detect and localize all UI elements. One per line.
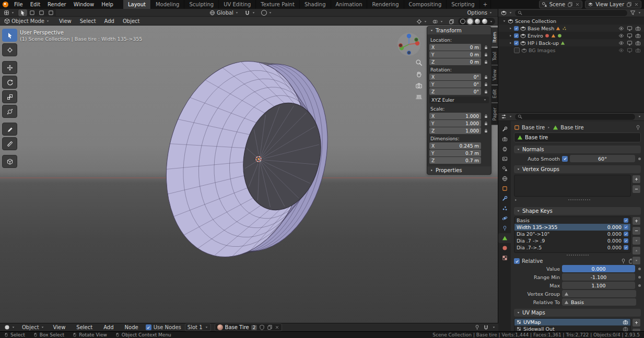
shading-solid-icon[interactable]	[467, 19, 473, 24]
mode-dropdown[interactable]: Object Mode	[3, 18, 51, 25]
outliner-row-scene-collection[interactable]: Scene Collection	[498, 17, 644, 25]
range-min-field[interactable]: -1.100	[562, 273, 635, 281]
scale-y-field[interactable]: Y1.000	[429, 120, 481, 127]
material-selector[interactable]: Base Tire 2	[215, 323, 283, 331]
shader-type-dropdown[interactable]: Object	[20, 324, 46, 331]
render-uv-icon[interactable]	[623, 326, 628, 331]
overlays-dropdown[interactable]	[431, 18, 445, 25]
range-max-field[interactable]: 1.100	[562, 282, 635, 289]
tool-move[interactable]	[2, 61, 17, 74]
shape-key-row[interactable]: Basis	[514, 217, 630, 224]
tool-measure[interactable]	[2, 137, 17, 150]
workspace-tab-compositing[interactable]: Compositing	[404, 0, 447, 9]
new-view-layer-icon[interactable]	[626, 2, 632, 7]
animate-icon[interactable]	[638, 276, 641, 279]
viewport-canvas[interactable]: User Perspective (1) Scene Collection | …	[0, 26, 498, 323]
tool-add-cube[interactable]	[2, 155, 17, 168]
remove-shape-key-button[interactable]	[632, 226, 641, 235]
hide-icon[interactable]	[618, 33, 624, 39]
menu-help[interactable]: Help	[98, 0, 117, 9]
filter-icon[interactable]	[630, 10, 636, 16]
rotation-x-field[interactable]: X0°	[429, 74, 481, 80]
panel-grip[interactable]	[514, 253, 641, 257]
specials-icon[interactable]	[514, 198, 518, 202]
collection-checkbox[interactable]	[514, 47, 520, 53]
hide-icon[interactable]	[618, 40, 624, 46]
collection-checkbox[interactable]	[514, 33, 519, 38]
perspective-toggle-icon[interactable]	[414, 92, 423, 101]
remove-view-layer-icon[interactable]	[634, 2, 639, 7]
select-mode-intersect-icon[interactable]	[46, 9, 55, 16]
lock-icon[interactable]	[483, 59, 489, 64]
menu-edit[interactable]: Edit	[27, 0, 44, 9]
select-mode-new-icon[interactable]	[18, 9, 27, 16]
use-nodes-checkbox[interactable]	[146, 324, 151, 330]
pin-icon[interactable]	[474, 324, 480, 330]
expand-icon[interactable]	[502, 19, 506, 23]
outliner-editor-icon[interactable]	[501, 10, 507, 16]
transform-orientation-dropdown[interactable]: Global	[208, 9, 240, 16]
snap-toggle[interactable]	[243, 9, 257, 16]
outliner-row-bg-images[interactable]: BG Images	[498, 46, 644, 54]
tab-tool[interactable]	[498, 124, 511, 134]
disable-viewport-icon[interactable]	[627, 33, 633, 39]
unlink-scene-icon[interactable]	[575, 2, 580, 7]
view-layer-selector[interactable]: View Layer	[585, 1, 641, 8]
relative-to-field[interactable]: Basis	[562, 298, 636, 306]
viewport-menu-view[interactable]: View	[55, 18, 75, 24]
tool-select-box[interactable]	[2, 29, 17, 42]
workspace-tab-sculpting[interactable]: Sculpting	[184, 0, 219, 9]
data-name-field[interactable]: Base tire	[514, 132, 641, 142]
tool-cursor[interactable]	[2, 43, 17, 56]
properties-editor-icon[interactable]	[501, 114, 507, 119]
navigation-gizmo[interactable]	[396, 32, 421, 57]
tool-annotate[interactable]	[2, 123, 17, 136]
unlink-material-icon[interactable]	[275, 325, 279, 330]
disable-render-icon[interactable]	[635, 33, 641, 39]
properties-panel-header[interactable]: Properties	[427, 166, 491, 174]
tab-modifiers[interactable]	[498, 194, 511, 203]
location-x-field[interactable]: X0 m	[429, 44, 481, 51]
menu-file[interactable]: File	[10, 0, 27, 9]
chevron-down-icon[interactable]	[492, 325, 496, 329]
workspace-tab-scripting[interactable]: Scripting	[447, 0, 479, 9]
tool-rotate[interactable]	[2, 76, 17, 89]
properties-search[interactable]	[514, 113, 636, 120]
viewport-menu-select[interactable]: Select	[76, 18, 100, 24]
move-shape-key-down-button[interactable]	[632, 256, 641, 265]
outliner-row-base-mesh[interactable]: Base Mesh	[498, 25, 644, 32]
add-uv-map-button[interactable]	[632, 318, 641, 327]
transform-panel-header[interactable]: Transform	[427, 27, 491, 34]
location-y-field[interactable]: Y0 m	[429, 51, 481, 58]
animate-icon[interactable]	[638, 284, 641, 287]
shape-key-row-selected[interactable]: Width 135->3550.000	[514, 224, 630, 231]
lock-icon[interactable]	[483, 45, 489, 50]
animate-icon[interactable]	[638, 158, 641, 160]
vertex-groups-section-header[interactable]: Vertex Groups	[514, 165, 641, 173]
add-shape-key-button[interactable]	[632, 216, 641, 225]
shader-menu-node[interactable]: Node	[121, 323, 142, 331]
proportional-editing-toggle[interactable]	[260, 9, 274, 16]
tab-render[interactable]	[498, 134, 511, 144]
menu-render[interactable]: Render	[44, 0, 70, 9]
tab-view-layer[interactable]	[498, 154, 511, 164]
chevron-down-icon[interactable]	[638, 11, 641, 15]
workspace-tab-modeling[interactable]: Modeling	[151, 0, 185, 9]
select-mode-subtract-icon[interactable]	[37, 9, 46, 16]
disable-render-icon[interactable]	[635, 40, 641, 46]
snap-node-icon[interactable]	[483, 324, 489, 330]
object-icon[interactable]	[514, 125, 520, 130]
animate-icon[interactable]	[638, 268, 641, 270]
use-nodes-toggle[interactable]: Use Nodes	[146, 324, 181, 330]
tire-mesh[interactable]	[0, 26, 498, 323]
uv-maps-section-header[interactable]: UV Maps	[514, 309, 641, 317]
move-shape-key-up-button[interactable]	[632, 246, 641, 255]
expand-icon[interactable]	[509, 41, 512, 45]
hide-icon[interactable]	[618, 26, 624, 31]
shape-key-mute-checkbox[interactable]	[624, 232, 628, 236]
workspace-tab-animation[interactable]: Animation	[331, 0, 368, 9]
lock-icon[interactable]	[483, 128, 489, 133]
auto-smooth-checkbox[interactable]	[562, 156, 568, 162]
tool-scale[interactable]	[2, 90, 17, 103]
menu-window[interactable]: Window	[70, 0, 98, 9]
